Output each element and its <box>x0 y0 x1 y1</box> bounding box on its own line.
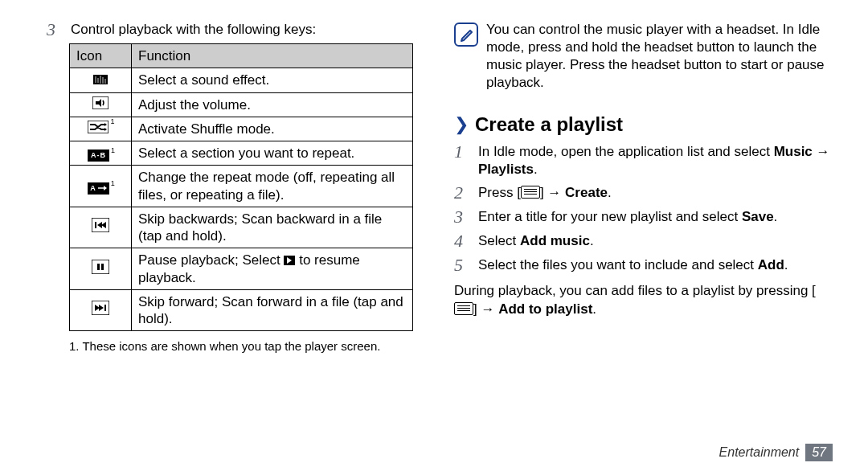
skip-back-icon <box>70 207 132 248</box>
step-number: 1 <box>454 143 469 161</box>
table-header-row: Icon Function <box>70 44 413 68</box>
playback-keys-table: Icon Function Select a sound effect. Adj… <box>69 43 413 331</box>
note-text: You can control the music player with a … <box>486 21 833 92</box>
step-1: 1 In Idle mode, open the application lis… <box>454 143 833 178</box>
left-column: 3 Control playback with the following ke… <box>47 21 425 465</box>
step-number: 3 <box>454 208 469 226</box>
svg-rect-16 <box>92 260 109 274</box>
function-text: Skip backwards; Scan backward in a file … <box>132 207 413 248</box>
function-text: Select a sound effect. <box>132 68 413 92</box>
shuffle-icon: 1 <box>70 117 132 141</box>
header-function: Function <box>132 44 413 68</box>
pause-icon <box>70 248 132 290</box>
section-heading: ❯ Create a playlist <box>454 113 833 137</box>
svg-marker-21 <box>99 305 104 311</box>
step-4: 4 Select Add music. <box>454 232 833 250</box>
ab-repeat-icon: A-B 1 <box>70 141 132 166</box>
function-text: Skip forward; Scan forward in a file (ta… <box>132 289 413 331</box>
table-row: A-B 1 Select a section you want to repea… <box>70 141 413 166</box>
table-row: Skip forward; Scan forward in a file (ta… <box>70 289 413 331</box>
svg-rect-5 <box>104 79 106 84</box>
step-text: Control playback with the following keys… <box>71 21 425 38</box>
svg-marker-11 <box>104 186 107 190</box>
step-number: 3 <box>47 21 61 39</box>
svg-rect-4 <box>102 77 104 84</box>
table-row: 1 Activate Shuffle mode. <box>70 117 413 141</box>
menu-icon <box>454 302 473 315</box>
note-box: You can control the music player with a … <box>454 21 833 92</box>
step-text: Select the files you want to include and… <box>478 256 833 273</box>
svg-rect-22 <box>104 305 106 311</box>
manual-page: 3 Control playback with the following ke… <box>0 0 868 471</box>
ab-label: A-B <box>88 149 109 162</box>
page-footer: Entertainment 57 <box>719 444 833 461</box>
section-name: Entertainment <box>719 444 800 461</box>
header-icon: Icon <box>70 44 132 68</box>
heading-text: Create a playlist <box>475 113 623 137</box>
note-icon <box>454 23 478 47</box>
repeat-icon: A 1 <box>70 166 132 207</box>
step-2: 2 Press [] → Create. <box>454 184 833 202</box>
menu-icon <box>521 186 540 199</box>
table-row: Adjust the volume. <box>70 92 413 117</box>
svg-rect-2 <box>97 78 99 83</box>
svg-rect-1 <box>95 76 96 83</box>
step-text: Enter a title for your new playlist and … <box>478 208 833 225</box>
function-text: Adjust the volume. <box>132 92 413 117</box>
svg-marker-7 <box>96 99 101 107</box>
footnote-marker: 1 <box>110 117 114 126</box>
step-text: In Idle mode, open the application list … <box>478 143 833 178</box>
footnote-marker: 1 <box>111 179 115 188</box>
step-3: 3 Control playback with the following ke… <box>47 21 425 39</box>
function-text: Select a section you want to repeat. <box>132 141 413 166</box>
svg-rect-17 <box>97 264 100 270</box>
during-playback-note: During playback, you can add files to a … <box>454 282 833 319</box>
svg-marker-9 <box>104 123 107 126</box>
table-row: Pause playback; Select to resume playbac… <box>70 248 413 290</box>
svg-marker-10 <box>104 128 107 131</box>
step-text: Press [] → Create. <box>478 184 833 201</box>
step-3: 3 Enter a title for your new playlist an… <box>454 208 833 226</box>
page-number: 57 <box>805 444 833 461</box>
svg-rect-13 <box>95 222 96 228</box>
function-text: Activate Shuffle mode. <box>132 117 413 141</box>
steps-list: 1 In Idle mode, open the application lis… <box>454 143 833 274</box>
footnote: 1. These icons are shown when you tap th… <box>69 339 425 354</box>
step-number: 5 <box>454 256 469 274</box>
step-number: 4 <box>454 232 469 250</box>
a-label: A <box>90 184 95 192</box>
svg-rect-3 <box>100 76 101 84</box>
play-icon <box>284 256 295 265</box>
skip-fwd-icon <box>70 289 132 331</box>
step-5: 5 Select the files you want to include a… <box>454 256 833 274</box>
table-row: Select a sound effect. <box>70 68 413 92</box>
sound-effect-icon <box>70 68 132 92</box>
function-text: Pause playback; Select to resume playbac… <box>132 248 413 290</box>
chevron-right-icon: ❯ <box>454 116 469 133</box>
table-row: A 1 Change the repeat mode (off, repeati… <box>70 166 413 207</box>
footnote-marker: 1 <box>111 146 115 155</box>
right-column: You can control the music player with a … <box>454 21 833 465</box>
svg-rect-18 <box>101 264 104 270</box>
function-text: Change the repeat mode (off, repeating a… <box>132 166 413 207</box>
step-number: 2 <box>454 184 469 202</box>
table-row: Skip backwards; Scan backward in a file … <box>70 207 413 248</box>
step-text: Select Add music. <box>478 232 833 249</box>
volume-icon <box>70 92 132 117</box>
